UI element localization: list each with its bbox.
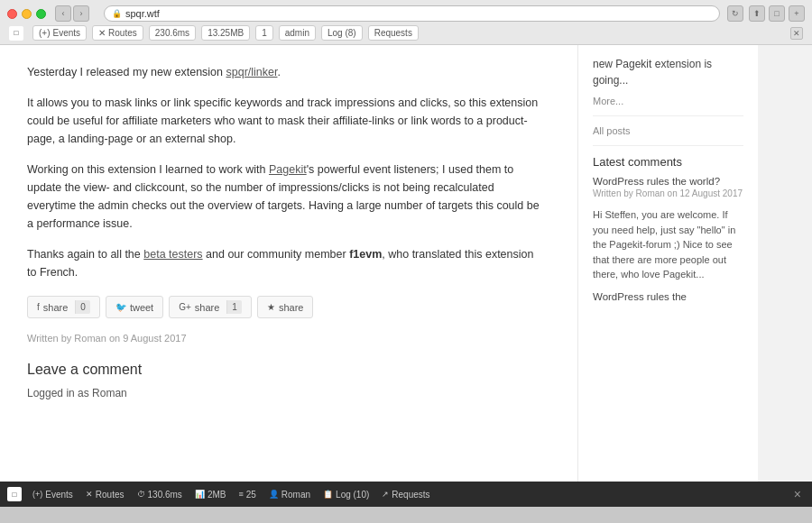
sidebar-more-link[interactable]: More... <box>593 96 743 106</box>
article-intro: Yesterday I released my new extension sp… <box>27 63 541 81</box>
count-debug-icon: ≡ <box>238 490 243 499</box>
browser-toolbar: □ (+) Events ✕ Routes 230.6ms 13.25MB 1 … <box>7 25 805 41</box>
forward-button[interactable]: › <box>73 5 89 22</box>
comment-item-1: WordPress rules the world? Written by Ro… <box>593 176 743 198</box>
pagekit-link[interactable]: Pagekit <box>269 163 307 176</box>
debug-user[interactable]: 👤 Roman <box>263 488 316 501</box>
user-debug-icon: 👤 <box>269 490 279 499</box>
article-para3: Thanks again to all the beta testers and… <box>27 245 541 281</box>
star-icon: ★ <box>267 302 275 312</box>
debug-events-label: Events <box>45 490 73 500</box>
leave-comment-section: Leave a comment Logged in as Roman <box>27 362 541 399</box>
debug-requests-label: Requests <box>392 490 429 500</box>
article-para2: Working on this extension I learned to w… <box>27 161 541 233</box>
google-share-label: share <box>195 302 220 313</box>
f1evm-name: f1evm <box>349 248 382 261</box>
admin-label: admin <box>285 28 309 38</box>
facebook-share-label: share <box>43 302 69 313</box>
debug-time[interactable]: ⏱ 130.6ms <box>132 488 188 501</box>
bookmark-button[interactable]: □ <box>769 5 785 22</box>
twitter-share-label: tweet <box>130 302 153 313</box>
toolbar-tab-events[interactable]: (+) Events <box>32 25 87 41</box>
twitter-share-button[interactable]: 🐦 tweet <box>106 296 163 318</box>
routes-icon: ✕ <box>98 28 106 38</box>
debug-requests[interactable]: ↗ Requests <box>376 488 435 501</box>
toolbar-tab-routes[interactable]: ✕ Routes <box>92 25 143 41</box>
debug-events[interactable]: (+) Events <box>27 488 78 501</box>
traffic-lights <box>7 9 46 19</box>
logged-in-text: Logged in as Roman <box>27 387 541 399</box>
lock-icon: 🔒 <box>112 9 122 18</box>
routes-debug-icon: ✕ <box>86 490 93 499</box>
toolbar-tab-log[interactable]: Log (8) <box>321 25 363 41</box>
address-bar[interactable]: 🔒 spqr.wtf <box>104 5 720 22</box>
minimize-window-button[interactable] <box>22 9 32 19</box>
debug-routes[interactable]: ✕ Routes <box>80 488 130 501</box>
debug-user-label: Roman <box>281 490 310 500</box>
count-label: 1 <box>262 28 267 38</box>
page-wrapper: Yesterday I released my new extension sp… <box>0 45 812 482</box>
other-share-button[interactable]: ★ share <box>257 296 314 318</box>
debug-count[interactable]: ≡ 25 <box>233 488 261 501</box>
debug-routes-label: Routes <box>96 490 125 500</box>
debug-count-label: 25 <box>246 490 256 500</box>
comment-1-meta: Written by Roman on 12 August 2017 <box>593 188 743 198</box>
events-label: Events <box>53 28 81 38</box>
log-debug-icon: 📋 <box>323 490 333 499</box>
google-share-count: 1 <box>226 300 242 314</box>
leave-comment-title: Leave a comment <box>27 362 541 378</box>
google-icon: G+ <box>179 302 191 312</box>
facebook-share-button[interactable]: f share 0 <box>27 296 100 318</box>
sidebar-divider <box>593 115 743 116</box>
toolbar-tab-requests[interactable]: Requests <box>368 25 419 41</box>
share-buttons: f share 0 🐦 tweet G+ share 1 ★ share <box>27 296 541 318</box>
debug-close-button[interactable]: × <box>790 487 805 501</box>
url-text: spqr.wtf <box>125 8 160 19</box>
new-tab-button[interactable]: + <box>789 5 805 22</box>
maximize-window-button[interactable] <box>36 9 46 19</box>
debug-time-label: 130.6ms <box>148 490 182 500</box>
article-body: Yesterday I released my new extension sp… <box>27 63 541 281</box>
other-share-label: share <box>279 302 304 313</box>
sidebar-teaser: new Pagekit extension is going... <box>593 56 743 88</box>
back-button[interactable]: ‹ <box>55 5 71 22</box>
time-label: 230.6ms <box>155 28 189 38</box>
share-button[interactable]: ⬆ <box>749 5 765 22</box>
toolbar-tab-admin[interactable]: admin <box>279 25 316 41</box>
time-debug-icon: ⏱ <box>137 490 145 499</box>
toolbar-close-button[interactable]: ✕ <box>790 27 803 40</box>
google-share-button[interactable]: G+ share 1 <box>169 296 252 318</box>
debug-memory[interactable]: 📊 2MB <box>189 488 232 501</box>
browser-chrome: ‹ › 🔒 spqr.wtf ↻ ⬆ □ + □ (+) Events ✕ Ro… <box>0 0 812 45</box>
events-icon: (+) <box>39 28 51 38</box>
toolbar-tab-time[interactable]: 230.6ms <box>149 25 196 41</box>
log-label: Log (8) <box>328 28 356 38</box>
events-debug-icon: (+) <box>32 490 42 499</box>
post-meta: Written by Roman on 9 August 2017 <box>27 333 541 344</box>
refresh-button[interactable]: ↻ <box>727 5 743 22</box>
article-para1: It allows you to mask links or link spec… <box>27 94 541 148</box>
beta-testers-link[interactable]: beta testers <box>143 248 202 261</box>
memory-label: 13.25MB <box>208 28 244 38</box>
debug-log[interactable]: 📋 Log (10) <box>318 488 374 501</box>
memory-debug-icon: 📊 <box>195 490 205 499</box>
comment-3-title: WordPress rules the <box>593 291 743 302</box>
requests-debug-icon: ↗ <box>382 490 389 499</box>
debug-log-label: Log (10) <box>336 490 369 500</box>
latest-comments-title: Latest comments <box>593 155 743 169</box>
debug-bar: □ (+) Events ✕ Routes ⏱ 130.6ms 📊 2MB ≡ … <box>0 482 812 507</box>
debug-logo: □ <box>7 487 22 501</box>
facebook-share-count: 0 <box>75 300 90 314</box>
comment-2-text: Hi Steffen, you are welcome. If you need… <box>593 207 743 282</box>
sidebar-all-posts-link[interactable]: All posts <box>593 125 743 136</box>
close-window-button[interactable] <box>7 9 17 19</box>
browser-titlebar: ‹ › 🔒 spqr.wtf ↻ ⬆ □ + <box>7 5 805 22</box>
toolbar-tab-count[interactable]: 1 <box>255 25 273 41</box>
requests-label: Requests <box>374 28 412 38</box>
main-content: Yesterday I released my new extension sp… <box>0 45 577 482</box>
twitter-icon: 🐦 <box>115 302 126 312</box>
comment-1-title: WordPress rules the world? <box>593 176 743 187</box>
toolbar-tab-memory[interactable]: 13.25MB <box>201 25 250 41</box>
spqr-linker-link[interactable]: spqr/linker <box>226 66 278 78</box>
pagekit-logo: □ <box>9 26 23 41</box>
